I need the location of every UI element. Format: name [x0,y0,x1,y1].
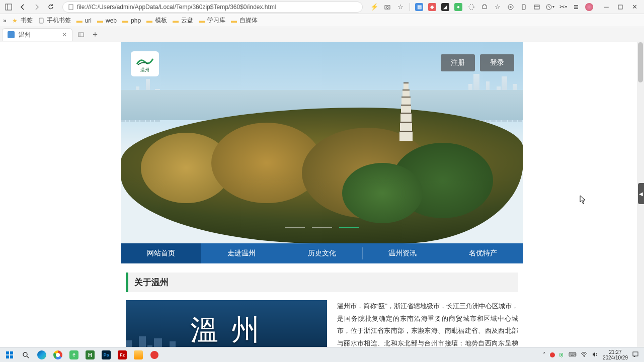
task-app[interactable] [131,348,146,361]
bookmark-item[interactable]: ▬云盘 [172,16,193,25]
bookmark-item[interactable]: ▬学习库 [198,16,225,25]
search-button[interactable] [18,348,33,361]
svg-rect-8 [534,5,539,9]
section-image: 溫 州 [126,300,327,347]
ext-4-icon[interactable]: ● [453,2,464,13]
star-icon[interactable]: ☆ [395,2,406,13]
avatar-icon[interactable] [584,2,595,13]
bookmark-item[interactable]: ▬web [97,17,117,24]
nav-news[interactable]: 温州资讯 [362,243,443,263]
bookmarks-overflow[interactable]: » [3,17,7,24]
bookmark-item[interactable]: ▬php [122,17,141,24]
mobile-icon[interactable] [518,2,529,13]
window-maximize-button[interactable] [614,2,627,13]
nav-history[interactable]: 历史文化 [282,243,362,263]
main-nav: 网站首页 走进温州 历史文化 温州资讯 名优特产 [121,243,523,263]
folder-icon: ▬ [146,17,153,24]
mouse-cursor [580,195,587,204]
folder-icon: ▬ [76,17,83,24]
window-close-button[interactable]: ✕ [628,2,641,13]
tab-collapse-icon[interactable] [75,29,87,40]
svg-point-4 [386,6,388,8]
tray-shield-icon[interactable]: ⛨ [559,352,565,358]
tab-favicon [8,31,15,38]
bookmark-item[interactable]: ▬url [76,17,92,24]
window-minimize-button[interactable]: ─ [600,2,613,13]
tray-notifications-icon[interactable] [632,351,639,359]
carousel-dot[interactable] [339,227,359,228]
file-icon [68,4,74,10]
sidebar-toggle-icon[interactable] [3,2,14,13]
bookmark-item[interactable]: ★书签 [12,16,33,25]
hero-carousel[interactable]: 温州 注册 登录 [121,42,523,243]
browser-tab[interactable]: 温州 ✕ [2,28,72,41]
task-filezilla[interactable]: Fz [115,348,130,361]
svg-rect-2 [69,5,73,10]
bookmark-item[interactable]: ▬模板 [146,16,167,25]
tab-title: 温州 [19,31,31,39]
scissors-icon[interactable]: ✂▾ [557,2,569,13]
screenshot-icon[interactable] [382,2,393,13]
folder-icon: ▬ [230,17,237,24]
ext-6-icon[interactable] [479,2,490,13]
carousel-dot[interactable] [312,227,332,228]
bookmarks-bar: » ★书签 手机书签 ▬url ▬web ▬php ▬模板 ▬云盘 ▬学习库 ▬… [0,14,644,27]
logo-text: 温州 [140,67,149,73]
new-tab-button[interactable]: ＋ [90,29,101,40]
svg-rect-20 [6,355,9,358]
register-button[interactable]: 注册 [441,54,475,71]
nav-home[interactable]: 网站首页 [121,243,201,263]
about-section: 关于温州 溫 州 温州市，简称“瓯”，浙江省辖地级市，长江三角洲中心区城市，是国… [121,263,523,347]
address-text: file:///C:/Users/admin/AppData/Local/Tem… [77,4,276,11]
ext-3-icon[interactable]: ◢ [440,2,451,13]
flash-icon[interactable]: ⚡ [369,2,380,13]
carousel-indicators[interactable] [285,227,359,228]
tab-close-icon[interactable]: ✕ [62,31,67,38]
mobile-icon [38,17,45,24]
ext-2-icon[interactable]: ◆ [427,2,438,13]
task-chrome[interactable] [50,348,65,361]
svg-point-5 [469,5,474,10]
section-text: 温州市，简称“瓯”，浙江省辖地级市，长江三角洲中心区城市，是国务院批复确定的东南… [337,300,518,347]
task-edge[interactable] [34,348,49,361]
svg-rect-7 [522,5,525,10]
side-handle[interactable]: ◀ [638,183,644,204]
menu-icon[interactable] [571,2,582,13]
task-ps[interactable]: Ps [99,348,114,361]
folder-icon: ▬ [122,17,129,24]
ext-8-icon[interactable] [505,2,516,13]
site-logo[interactable]: 温州 [131,51,159,76]
history-icon[interactable]: ▾ [544,2,555,13]
bookmark-item[interactable]: 手机书签 [38,16,71,25]
tray-input-icon[interactable]: ⌨ [569,351,577,358]
svg-point-22 [23,352,27,356]
bookmark-star-icon[interactable]: ☆ [492,2,503,13]
svg-rect-25 [633,352,638,356]
tabs-row: 温州 ✕ ＋ [0,27,644,42]
nav-enter[interactable]: 走进温州 [201,243,282,263]
task-hbuilder[interactable]: H [83,348,98,361]
carousel-dot[interactable] [285,227,305,228]
scrollbar-thumb[interactable] [638,42,643,82]
login-button[interactable]: 登录 [480,54,514,71]
ext-10-icon[interactable] [531,2,542,13]
task-360[interactable]: e [66,348,82,361]
ext-5-icon[interactable] [466,2,477,13]
ext-1-icon[interactable]: ▦ [414,2,425,13]
forward-button[interactable] [31,2,42,13]
system-clock[interactable]: 21:27 2024/10/29 [603,349,628,360]
tray-chevron-icon[interactable]: ˄ [543,351,546,358]
pagoda-decor [399,82,413,141]
tray-record-icon[interactable] [550,352,555,357]
nav-products[interactable]: 名优特产 [443,243,523,263]
svg-rect-15 [39,18,43,23]
bookmark-item[interactable]: ▬自媒体 [230,16,258,25]
start-button[interactable] [2,348,17,361]
reload-button[interactable] [45,2,56,13]
back-button[interactable] [17,2,28,13]
task-record[interactable] [147,348,162,361]
address-bar[interactable]: file:///C:/Users/admin/AppData/Local/Tem… [62,2,363,13]
tray-wifi-icon[interactable] [581,351,588,358]
tray-volume-icon[interactable] [592,351,599,358]
star-icon: ★ [12,17,19,24]
